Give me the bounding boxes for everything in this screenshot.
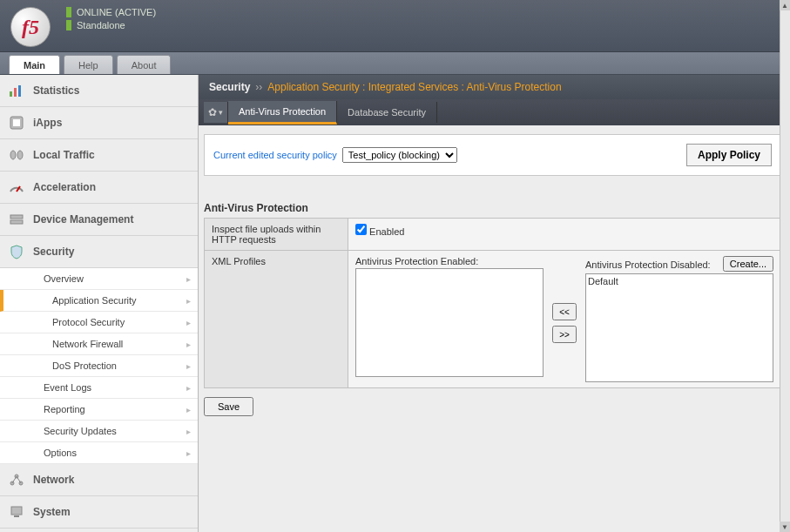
policy-select[interactable]: Test_policy (blocking) [342, 147, 457, 163]
nav-device-management[interactable]: Device Management [0, 204, 198, 236]
move-right-button[interactable]: >> [552, 326, 577, 343]
f5-logo-text: f5 [22, 16, 39, 39]
table-row-inspect: Inspect file uploads within HTTP request… [205, 219, 781, 251]
xml-value-cell: Antivirus Protection Enabled: << >> Anti… [348, 251, 781, 388]
status-mode-text: Standalone [77, 20, 125, 30]
svg-rect-0 [10, 91, 12, 97]
subnav-proto-sec-label: Protocol Security [52, 317, 125, 327]
chevron-right-icon: ▸ [186, 427, 191, 436]
table-row-xml: XML Profiles Antivirus Protection Enable… [205, 251, 781, 388]
scrollbar[interactable]: ▲ ▼ [780, 0, 790, 532]
subnav-sec-updates-label: Security Updates [44, 426, 117, 436]
save-button[interactable]: Save [204, 397, 253, 416]
nav-security[interactable]: Security [0, 236, 198, 268]
apply-policy-button[interactable]: Apply Policy [686, 144, 772, 166]
enabled-checkbox-label[interactable]: Enabled [355, 226, 404, 237]
settings-gear-tab[interactable]: ✿▾ [204, 102, 228, 123]
create-button[interactable]: Create... [723, 256, 773, 272]
nav-network[interactable]: Network [0, 464, 198, 496]
svg-line-14 [17, 476, 21, 483]
nav-iapps[interactable]: iApps [0, 107, 198, 139]
enabled-column: Antivirus Protection Enabled: [355, 256, 544, 377]
subnav-application-security[interactable]: Application Security▸ [0, 290, 198, 312]
xml-label: XML Profiles [205, 251, 348, 388]
section-title: Anti-Virus Protection [204, 202, 790, 214]
nav-statistics-label: Statistics [33, 84, 79, 97]
nav-acceleration[interactable]: Acceleration [0, 172, 198, 204]
subnav-net-fw-label: Network Firewall [52, 339, 123, 349]
disabled-col-label: Antivirus Protection Disabled: [585, 259, 711, 270]
enabled-checkbox[interactable] [355, 224, 367, 235]
chevron-right-icon: ▸ [186, 383, 191, 393]
move-left-button[interactable]: << [552, 303, 577, 320]
subtab-database-security[interactable]: Database Security [337, 102, 437, 123]
enabled-listbox[interactable] [355, 268, 544, 377]
subnav-security-updates[interactable]: Security Updates▸ [0, 421, 198, 442]
scroll-down-icon[interactable]: ▼ [780, 522, 790, 532]
chevron-right-icon: ▸ [186, 296, 191, 306]
tab-main[interactable]: Main [9, 55, 60, 74]
policy-bar: Current edited security policy Test_poli… [204, 134, 781, 176]
accel-icon [9, 179, 24, 195]
subnav-dos-protection[interactable]: DoS Protection▸ [0, 355, 198, 377]
tab-help[interactable]: Help [64, 55, 113, 74]
subnav-reporting[interactable]: Reporting▸ [0, 399, 198, 421]
subnav-overview[interactable]: Overview▸ [0, 268, 198, 290]
disabled-listbox[interactable]: Default [585, 273, 773, 382]
dual-list: Antivirus Protection Enabled: << >> Anti… [355, 256, 773, 382]
subnav-app-sec-label: Application Security [52, 295, 137, 306]
chevron-right-icon: ▸ [186, 340, 191, 349]
disabled-column: Antivirus Protection Disabled: Create...… [585, 256, 773, 382]
subnav-dos-label: DoS Protection [52, 360, 117, 371]
nav-local-traffic[interactable]: Local Traffic [0, 139, 198, 172]
sidebar: Statistics iApps Local Traffic Accelerat… [0, 75, 199, 532]
status-block: ONLINE (ACTIVE) Standalone [66, 7, 156, 33]
content-area: Security ›› Application Security : Integ… [199, 75, 790, 532]
breadcrumb-sep: ›› [255, 81, 262, 93]
shield-icon [9, 244, 24, 259]
svg-rect-1 [14, 88, 17, 97]
subnav-protocol-security[interactable]: Protocol Security▸ [0, 312, 198, 333]
enabled-text: Enabled [369, 226, 404, 237]
subnav-network-firewall[interactable]: Network Firewall▸ [0, 333, 198, 355]
svg-rect-8 [10, 215, 23, 219]
chevron-right-icon: ▸ [186, 274, 191, 284]
policy-label: Current edited security policy [213, 150, 337, 160]
status-mode: Standalone [66, 20, 156, 30]
system-icon [9, 504, 24, 520]
nav-local-traffic-label: Local Traffic [33, 149, 95, 161]
svg-rect-4 [13, 119, 20, 126]
svg-rect-9 [10, 220, 23, 224]
svg-point-5 [10, 151, 16, 159]
dropdown-caret-icon: ▾ [219, 108, 223, 117]
breadcrumb-root: Security [209, 81, 250, 93]
security-subnav: Overview▸ Application Security▸ Protocol… [0, 268, 198, 464]
config-table: Inspect file uploads within HTTP request… [204, 218, 781, 388]
nav-device-management-label: Device Management [33, 213, 133, 226]
nav-system-label: System [33, 506, 71, 518]
scroll-up-icon[interactable]: ▲ [780, 0, 790, 10]
svg-rect-15 [11, 507, 22, 515]
main-tab-row: Main Help About [0, 52, 790, 75]
subnav-event-logs-label: Event Logs [44, 382, 91, 393]
nav-statistics[interactable]: Statistics [0, 75, 198, 107]
iapps-icon [9, 115, 24, 131]
subnav-options-label: Options [44, 448, 77, 458]
stats-icon [9, 83, 24, 98]
status-online-text: ONLINE (ACTIVE) [77, 7, 156, 17]
chevron-right-icon: ▸ [186, 405, 191, 414]
nav-network-label: Network [33, 474, 74, 486]
list-item[interactable]: Default [588, 276, 771, 286]
inspect-label: Inspect file uploads within HTTP request… [205, 219, 348, 251]
chevron-right-icon: ▸ [186, 361, 191, 371]
enabled-col-label: Antivirus Protection Enabled: [355, 256, 544, 266]
tab-about[interactable]: About [117, 55, 172, 74]
nav-acceleration-label: Acceleration [33, 181, 96, 193]
subnav-options[interactable]: Options▸ [0, 442, 198, 464]
nav-system[interactable]: System [0, 496, 198, 529]
chevron-right-icon: ▸ [186, 318, 191, 327]
subtab-antivirus[interactable]: Anti-Virus Protection [228, 101, 337, 125]
chevron-right-icon: ▸ [186, 448, 191, 458]
f5-logo: f5 [10, 7, 51, 47]
subnav-event-logs[interactable]: Event Logs▸ [0, 377, 198, 399]
